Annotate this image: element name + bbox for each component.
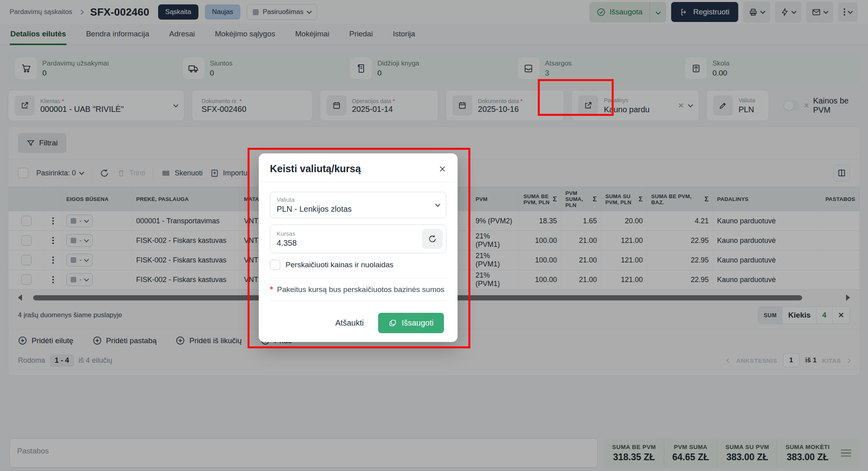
modal-currency-value: PLN - Lenkijos zlotas bbox=[277, 205, 436, 214]
modal-currency-label: Valiuta bbox=[277, 196, 436, 203]
chevron-down-icon bbox=[435, 202, 440, 207]
refresh-icon bbox=[428, 235, 437, 243]
modal-rate-input[interactable] bbox=[277, 238, 422, 248]
close-button[interactable] bbox=[438, 165, 446, 173]
cancel-button[interactable]: Atšaukti bbox=[333, 314, 366, 332]
save-button-label: Išsaugoti bbox=[402, 318, 434, 328]
rate-refresh-button[interactable] bbox=[422, 229, 443, 249]
asterisk-icon: * bbox=[270, 285, 273, 294]
change-currency-modal: Keisti valiutą/kursą Valiuta PLN - Lenki… bbox=[259, 153, 458, 342]
modal-note: * Pakeitus kursą bus perskaičiuotos bazi… bbox=[259, 278, 458, 300]
recalc-checkbox[interactable] bbox=[270, 260, 280, 270]
modal-rate-field[interactable]: Kursas bbox=[270, 225, 446, 253]
recalc-checkbox-label: Perskaičiuoti kainas ir nuolaidas bbox=[285, 260, 393, 269]
save-button[interactable]: Išsaugoti bbox=[378, 313, 444, 333]
modal-title: Keisti valiutą/kursą bbox=[270, 163, 361, 175]
modal-currency-select[interactable]: Valiuta PLN - Lenkijos zlotas bbox=[270, 192, 446, 218]
close-icon bbox=[438, 165, 446, 173]
recalc-checkbox-row[interactable]: Perskaičiuoti kainas ir nuolaidas bbox=[270, 260, 446, 270]
modal-rate-label: Kursas bbox=[277, 230, 422, 237]
copy-icon bbox=[388, 319, 397, 327]
modal-note-text: Pakeitus kursą bus perskaičiuotos bazinė… bbox=[277, 285, 444, 294]
